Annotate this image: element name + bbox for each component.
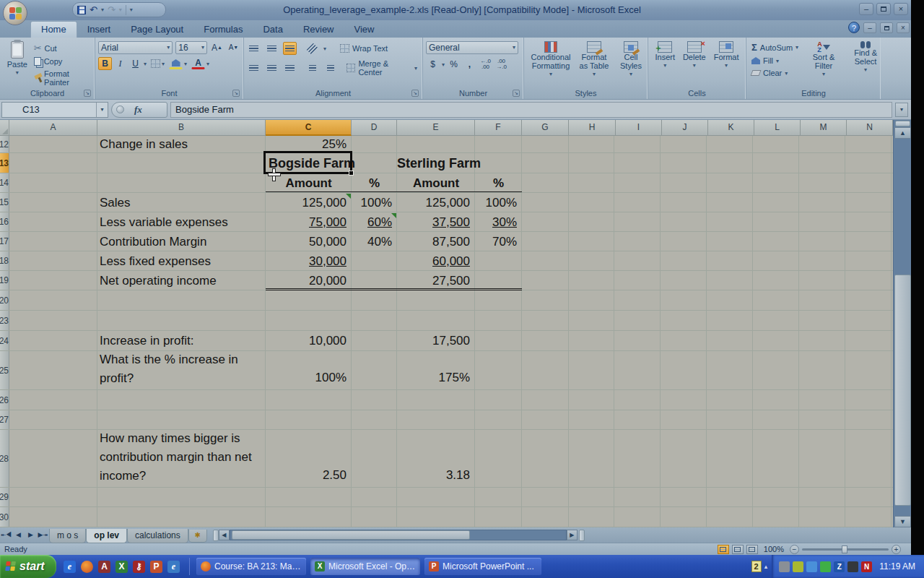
font-size-select[interactable]: 16▾	[175, 41, 207, 54]
vertical-scroll-thumb[interactable]	[894, 275, 911, 506]
bottom-align-icon[interactable]	[283, 42, 297, 55]
clipboard-dialog-launcher-icon[interactable]: ↘	[84, 90, 91, 97]
tab-home[interactable]: Home	[30, 21, 77, 38]
tab-data[interactable]: Data	[253, 22, 292, 38]
cell-d16[interactable]: 60%	[352, 212, 397, 231]
start-button[interactable]: start	[0, 555, 56, 578]
delete-cells-button[interactable]: × Delete▾	[680, 40, 709, 88]
cell-c28[interactable]: 2.50	[266, 430, 352, 487]
col-header-i[interactable]: I	[616, 120, 662, 136]
comma-format-button[interactable]: ,	[463, 58, 476, 71]
col-header-b[interactable]: B	[97, 120, 266, 136]
col-header-m[interactable]: M	[801, 120, 847, 136]
format-painter-button[interactable]: Format Painter	[32, 69, 92, 87]
zoom-in-button[interactable]: +	[892, 545, 901, 554]
zoom-slider-thumb[interactable]	[842, 545, 847, 553]
insert-worksheet-icon[interactable]: ✱	[188, 530, 207, 543]
cell-b15[interactable]: Sales	[100, 193, 266, 212]
vertical-split-handle[interactable]	[895, 121, 910, 126]
row-header-16[interactable]: 16	[0, 212, 9, 231]
row-header-14[interactable]: 14	[0, 173, 9, 192]
tab-review[interactable]: Review	[293, 22, 344, 38]
align-center-icon[interactable]	[265, 61, 279, 74]
sheet-row-13[interactable]: 13 Bogside Farm Sterling Farm	[0, 153, 893, 173]
cell-e25[interactable]: 175%	[397, 351, 475, 389]
tab-page-layout[interactable]: Page Layout	[121, 22, 193, 38]
row-header-19[interactable]: 19	[0, 271, 9, 290]
horizontal-scroll-thumb[interactable]	[232, 530, 470, 540]
col-header-f[interactable]: F	[475, 120, 522, 136]
decrease-decimal-button[interactable]: .00→.0	[494, 58, 508, 71]
number-dialog-launcher-icon[interactable]: ↘	[513, 90, 520, 97]
middle-align-icon[interactable]	[265, 42, 279, 55]
row-header-15[interactable]: 15	[0, 193, 9, 212]
copy-button[interactable]: Copy	[32, 56, 92, 66]
decrease-indent-icon[interactable]	[305, 61, 319, 74]
autosum-button[interactable]: ΣAutoSum▾	[749, 41, 801, 53]
quick-launch-app-icon[interactable]: A	[98, 561, 110, 573]
sheet-row-18[interactable]: 18 Less fixed expenses 30,000 60,000	[0, 251, 893, 271]
sheet-row-30[interactable]: 30	[0, 507, 893, 527]
row-header-28[interactable]: 28	[0, 430, 9, 487]
top-align-icon[interactable]	[247, 42, 261, 55]
row-header-27[interactable]: 27	[0, 410, 9, 429]
help-button[interactable]: ?	[848, 22, 860, 33]
wrap-text-button[interactable]: Wrap Text	[338, 43, 390, 53]
row-header-20[interactable]: 20	[0, 290, 9, 310]
cell-e14[interactable]: Amount	[397, 173, 475, 192]
quick-launch-ie2-icon[interactable]: e	[167, 561, 180, 573]
zoom-out-button[interactable]: −	[790, 545, 799, 554]
row-header-25[interactable]: 25	[0, 351, 9, 389]
workbook-restore-button[interactable]	[880, 22, 893, 33]
percent-format-button[interactable]: %	[447, 58, 461, 71]
row-header-13[interactable]: 13	[0, 153, 9, 173]
borders-icon[interactable]	[151, 59, 160, 68]
sheet-row-15[interactable]: 15 Sales 125,000 100% 125,000 100%	[0, 193, 893, 212]
font-color-icon[interactable]: A	[191, 58, 205, 69]
cell-e24[interactable]: 17,500	[397, 331, 475, 350]
cell-c24[interactable]: 10,000	[266, 331, 352, 350]
cell-styles-button[interactable]: Cell Styles▾	[614, 40, 648, 88]
sheet-row-24[interactable]: 24 Increase in profit: 10,000 17,500	[0, 331, 893, 351]
merge-center-button[interactable]: Merge & Center▾	[344, 59, 419, 77]
name-box[interactable]: C13 ▾	[1, 102, 108, 118]
sheet-row-17[interactable]: 17 Contribution Margin 50,000 40% 87,500…	[0, 232, 893, 251]
tab-insert[interactable]: Insert	[77, 22, 121, 38]
number-format-select[interactable]: General▾	[426, 41, 518, 54]
cell-e16[interactable]: 37,500	[397, 212, 475, 231]
cut-button[interactable]: ✂Cut	[32, 42, 92, 54]
quick-launch-firefox-icon[interactable]	[81, 561, 93, 573]
scroll-left-icon[interactable]: ◀	[219, 530, 230, 540]
col-header-k[interactable]: K	[708, 120, 754, 136]
col-header-d[interactable]: D	[352, 120, 397, 136]
col-header-e[interactable]: E	[397, 120, 475, 136]
cell-c15[interactable]: 125,000	[266, 193, 352, 212]
font-dialog-launcher-icon[interactable]: ↘	[232, 90, 240, 97]
formula-input[interactable]: Bogside Farm	[170, 102, 892, 118]
grow-font-button[interactable]: A▲	[210, 41, 224, 54]
cell-b12[interactable]: Change in sales	[100, 136, 266, 152]
italic-button[interactable]: I	[113, 57, 127, 70]
scroll-down-icon[interactable]: ▼	[894, 516, 911, 527]
cell-b28[interactable]: How many times bigger is contribution ma…	[100, 430, 266, 487]
cell-c18[interactable]: 30,000	[266, 251, 352, 270]
cell-c19[interactable]: 20,000	[266, 271, 352, 290]
cell-b24[interactable]: Increase in profit:	[100, 331, 266, 350]
scrollbar-resize-handle[interactable]	[579, 530, 585, 541]
row-header-17[interactable]: 17	[0, 232, 9, 251]
sheet-row-29[interactable]: 29	[0, 488, 893, 507]
close-button[interactable]: ×	[894, 3, 908, 15]
col-header-a[interactable]: A	[9, 120, 97, 136]
format-cells-button[interactable]: Format▾	[711, 40, 742, 88]
sheet-row-26[interactable]: 26	[0, 390, 893, 410]
currency-format-button[interactable]: $	[426, 58, 440, 71]
align-right-icon[interactable]	[283, 61, 297, 74]
tray-icon-3[interactable]	[806, 561, 817, 572]
quick-launch-powerpoint-icon[interactable]: P	[150, 561, 162, 573]
col-header-c[interactable]: C	[266, 120, 352, 136]
cell-b25[interactable]: What is the % increase in profit?	[100, 351, 266, 389]
insert-cells-button[interactable]: ＋ Insert▾	[652, 40, 678, 88]
expand-formula-bar-icon[interactable]: ▾	[895, 103, 908, 117]
col-header-n[interactable]: N	[847, 120, 893, 136]
cell-c12[interactable]: 25%	[266, 136, 352, 152]
